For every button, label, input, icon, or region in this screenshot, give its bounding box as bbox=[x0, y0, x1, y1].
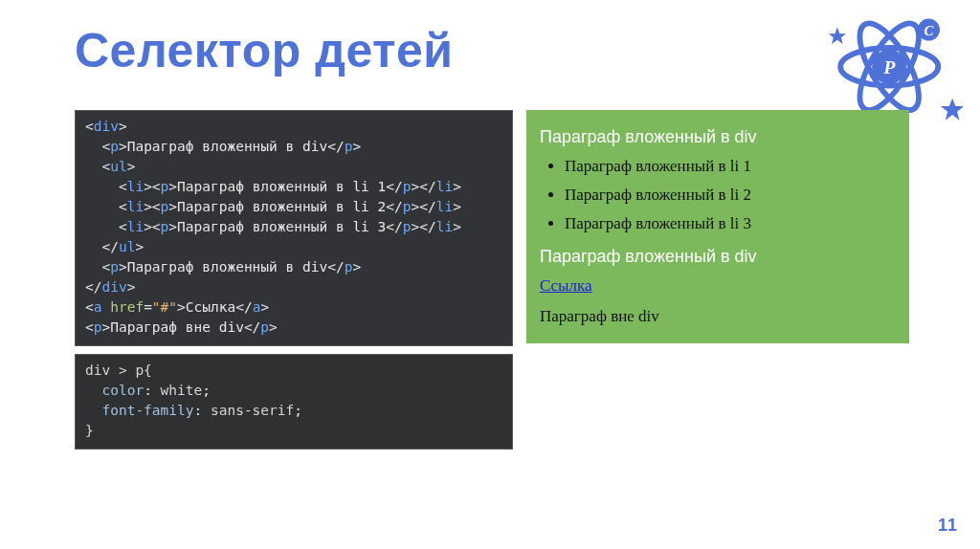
preview-list: Параграф вложенный в li 1 Параграф вложе… bbox=[565, 157, 896, 233]
preview-paragraph-div: Параграф вложенный в div bbox=[540, 127, 896, 147]
preview-column: Параграф вложенный в div Параграф вложен… bbox=[526, 110, 909, 457]
svg-text:C: C bbox=[924, 23, 934, 38]
list-item: Параграф вложенный в li 2 bbox=[565, 186, 896, 205]
page-number: 11 bbox=[938, 516, 957, 536]
html-code-block: <div> <p>Параграф вложенный в div</p> <u… bbox=[75, 110, 513, 346]
list-item: Параграф вложенный в li 3 bbox=[565, 214, 896, 233]
code-column: <div> <p>Параграф вложенный в div</p> <u… bbox=[75, 110, 513, 457]
svg-text:P: P bbox=[882, 56, 896, 77]
list-item: Параграф вложенный в li 1 bbox=[565, 157, 896, 176]
css-code-block: div > p{ color: white; font-family: sans… bbox=[75, 354, 513, 450]
preview-paragraph-div: Параграф вложенный в div bbox=[540, 247, 896, 267]
preview-panel: Параграф вложенный в div Параграф вложен… bbox=[526, 110, 909, 343]
preview-paragraph-outer: Параграф вне div bbox=[540, 307, 896, 326]
slide-title: Селектор детей bbox=[75, 23, 454, 78]
svg-marker-2 bbox=[941, 99, 963, 121]
svg-marker-1 bbox=[829, 28, 846, 44]
content-area: <div> <p>Параграф вложенный в div</p> <u… bbox=[75, 110, 909, 457]
preview-link[interactable]: Ссылка bbox=[540, 276, 896, 296]
